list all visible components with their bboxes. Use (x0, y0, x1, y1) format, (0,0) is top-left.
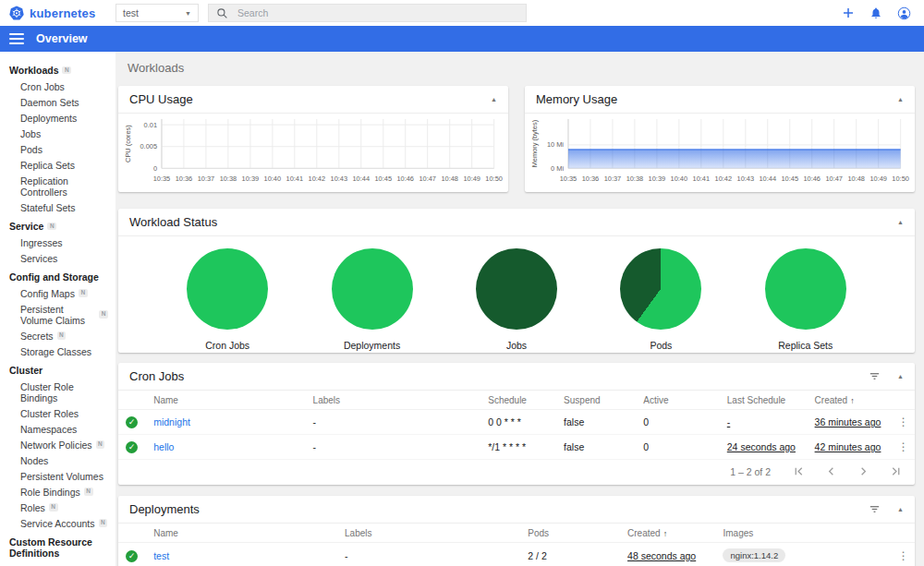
svg-text:10 Mi: 10 Mi (547, 140, 564, 149)
sort-ascending-icon: ↑ (850, 396, 855, 405)
column-header-pods[interactable]: Pods (520, 524, 620, 543)
sidebar-item-services[interactable]: Services (0, 250, 116, 266)
user-profile-button[interactable] (896, 6, 911, 20)
top-bar: kubernetes test ▼ (0, 0, 924, 26)
column-header-created[interactable]: Created↑ (620, 524, 715, 543)
row-menu-button[interactable]: ⋮ (894, 415, 913, 428)
collapse-card-button[interactable]: ▲ (881, 96, 904, 102)
sidebar-item-cluster-role-bindings[interactable]: Cluster Role Bindings (0, 379, 116, 405)
svg-text:10:40: 10:40 (671, 175, 688, 183)
row-menu-button[interactable]: ⋮ (894, 440, 913, 453)
sidebar-section-label: Cluster (9, 365, 43, 376)
table-row: ✓midnight-0 0 * * *false0-36 minutes ago… (118, 410, 915, 435)
labels-cell: - (337, 543, 520, 566)
column-header-last-schedule[interactable]: Last Schedule (720, 391, 808, 410)
sidebar-item-role-bindings[interactable]: Role BindingsN (0, 484, 116, 500)
sidebar-item-jobs[interactable]: Jobs (0, 126, 116, 141)
sidebar-item-replication-controllers[interactable]: Replication Controllers (0, 173, 116, 199)
topbar-actions (841, 6, 924, 20)
collapse-card-button[interactable]: ▲ (881, 506, 904, 512)
sidebar-item-replica-sets[interactable]: Replica Sets (0, 157, 116, 173)
table-pagination: 1 – 2 of 2 (118, 460, 915, 485)
column-header-images[interactable]: Images (715, 524, 886, 543)
sidebar-item-persistent-volumes[interactable]: Persistent Volumes (0, 468, 116, 484)
collapse-card-button[interactable]: ▲ (881, 373, 904, 379)
pie-label: Replica Sets (765, 340, 846, 351)
collapse-card-button[interactable]: ▲ (474, 96, 497, 102)
sidebar-item-network-policies[interactable]: Network PoliciesN (0, 437, 116, 452)
memory-usage-card: Memory Usage ▲ 0 Mi10 Mi10:3510:3610:371… (525, 86, 915, 192)
next-page-button[interactable] (857, 465, 869, 477)
column-header-labels[interactable]: Labels (337, 524, 520, 543)
sidebar-section-cluster[interactable]: Cluster (0, 362, 116, 379)
sidebar-item-daemon-sets[interactable]: Daemon Sets (0, 94, 116, 110)
workload-pie-pods: Pods (620, 248, 701, 351)
column-header-name[interactable]: Name (146, 391, 305, 410)
sidebar-section-config-and-storage[interactable]: Config and Storage (0, 269, 116, 285)
resource-link[interactable]: midnight (153, 416, 190, 428)
sidebar-item-deployments[interactable]: Deployments (0, 110, 116, 126)
menu-cell: ⋮ (887, 410, 915, 435)
labels-value: - (313, 416, 317, 428)
namespaced-badge: N (99, 519, 108, 527)
status-cell: ✓ (118, 410, 146, 435)
kubernetes-logo[interactable]: kubernetes (0, 6, 108, 20)
column-header-suspend[interactable]: Suspend (556, 391, 636, 410)
sidebar-item-namespaces[interactable]: Namespaces (0, 421, 116, 437)
sidebar-item-secrets[interactable]: SecretsN (0, 328, 116, 343)
last-page-button[interactable] (890, 465, 902, 477)
sidebar-item-roles[interactable]: RolesN (0, 500, 116, 515)
sidebar-section-label: Config and Storage (9, 271, 99, 283)
filter-button[interactable] (852, 370, 881, 383)
active-cell: 0 (636, 410, 720, 435)
table-row: ✓hello-*/1 * * * *false024 seconds ago42… (118, 435, 915, 460)
sidebar-item-service-accounts[interactable]: Service AccountsN (0, 515, 116, 531)
menu-button[interactable] (9, 33, 24, 44)
sidebar-item-ingresses[interactable]: Ingresses (0, 235, 116, 250)
search-input[interactable] (237, 7, 518, 18)
svg-text:10:37: 10:37 (198, 175, 215, 183)
deployments-table: NameLabelsPodsCreated↑Images✓test-2 / 24… (118, 524, 915, 566)
sidebar-section-workloads[interactable]: WorkloadsN (0, 62, 116, 78)
row-menu-button[interactable]: ⋮ (894, 549, 913, 562)
sidebar-item-label: Replication Controllers (20, 175, 108, 198)
sidebar-item-stateful-sets[interactable]: Stateful Sets (0, 199, 116, 215)
filter-button[interactable] (852, 503, 881, 516)
suspend-cell: false (556, 410, 636, 435)
pie-label: Cron Jobs (187, 340, 268, 351)
first-page-button[interactable] (793, 465, 805, 477)
previous-page-button[interactable] (825, 465, 837, 477)
column-header-labels[interactable]: Labels (306, 391, 481, 410)
column-header-created[interactable]: Created↑ (808, 391, 887, 410)
create-resource-button[interactable] (841, 6, 856, 20)
last_schedule-value: - (727, 416, 731, 428)
sidebar-item-config-maps[interactable]: Config MapsN (0, 285, 116, 301)
notifications-button[interactable] (869, 6, 883, 20)
column-header-active[interactable]: Active (636, 391, 720, 410)
menu-column-header (887, 391, 915, 410)
resource-link[interactable]: hello (153, 441, 174, 452)
sidebar-item-storage-classes[interactable]: Storage Classes (0, 343, 116, 359)
sidebar-item-pods[interactable]: Pods (0, 141, 116, 157)
active-value: 0 (643, 416, 649, 428)
sidebar-item-nodes[interactable]: Nodes (0, 452, 116, 468)
sidebar-item-cluster[interactable]: Cluster (0, 561, 116, 566)
success-icon: ✓ (126, 441, 138, 453)
collapse-card-button[interactable]: ▲ (881, 219, 904, 225)
suspend-cell: false (556, 435, 636, 460)
sidebar-item-cron-jobs[interactable]: Cron Jobs (0, 78, 116, 94)
pie-label: Jobs (476, 340, 557, 351)
namespace-selector[interactable]: test ▼ (116, 4, 199, 22)
sidebar-section-service[interactable]: ServiceN (0, 218, 116, 235)
sidebar-item-cluster-roles[interactable]: Cluster Roles (0, 405, 116, 421)
resource-link[interactable]: test (153, 550, 169, 561)
column-header-schedule[interactable]: Schedule (480, 391, 556, 410)
sidebar-section-custom-resource-definitions[interactable]: Custom Resource Definitions (0, 534, 116, 561)
svg-text:10:48: 10:48 (441, 175, 458, 183)
column-header-name[interactable]: Name (146, 524, 337, 543)
sidebar-item-persistent-volume-claims[interactable]: Persistent Volume ClaimsN (0, 301, 116, 328)
svg-text:10:46: 10:46 (803, 175, 821, 183)
card-title: Cron Jobs (129, 369, 852, 383)
svg-text:10:49: 10:49 (869, 175, 887, 183)
namespaced-badge: N (49, 503, 58, 512)
